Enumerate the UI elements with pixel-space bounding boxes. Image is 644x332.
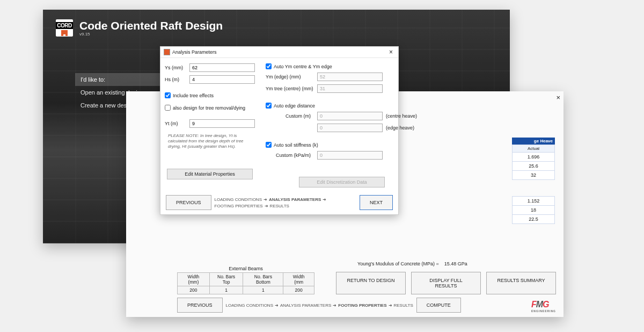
col-header: Width (mm) [178,273,210,286]
auto-soil-checkbox[interactable]: Auto soil stiffness (k) [266,142,418,148]
youngs-modulus-label: Young's Modulus of Concrete (MPa) = [357,261,439,266]
next-button[interactable]: NEXT [360,195,393,210]
youngs-modulus-value: 15.48 GPa [444,261,467,266]
previous-button[interactable]: PREVIOUS [166,195,211,210]
col-header: No. Bars Bottom [243,273,283,286]
custom-kpa-input [317,151,383,160]
results-sidebar: ge Heave Actual 1.696 25.6 32 1.152 18 2… [512,138,555,224]
hs-label: Hs (m) [165,77,186,82]
compute-button[interactable]: COMPUTE [416,298,461,313]
custom-edge-input [317,124,383,132]
yt-note: PLEASE NOTE: In tree design, Yt is calcu… [165,131,255,151]
edge-heave-label: (edge heave) [386,125,418,131]
app-version: v9.15 [79,32,223,37]
yt-input[interactable] [189,119,255,128]
app-logo: CORD [56,19,73,37]
wizard-nav: PREVIOUS LOADING CONDITIONS➜ ANALYSIS PA… [177,298,461,313]
yt-label: Yt (m) [165,121,186,126]
external-beams-table: External Beams Width (mm) No. Bars Top N… [177,265,314,294]
edit-discretization-button: Edit Discretization Data [299,177,385,187]
also-design-checkbox[interactable]: also design for tree removal/dying [165,105,255,111]
table-title: External Beams [177,265,314,272]
table-cell: 200 [178,286,210,294]
results-summary-button[interactable]: RESULTS SUMMARY [486,272,556,294]
wizard-nav: PREVIOUS LOADING CONDITIONS➜ ANALYSIS PA… [160,191,398,214]
close-icon[interactable]: × [387,48,395,56]
results-cell: 25.6 [512,162,555,171]
results-cell: 32 [512,171,555,180]
ym-edge-label: Ym (edge) (mm) [266,74,314,80]
ys-label: Ys (mm) [165,65,186,70]
ym-edge-input [317,73,383,81]
display-full-results-button[interactable]: DISPLAY FULL RESULTS [411,272,481,294]
auto-ym-checkbox[interactable]: Auto Ym centre & Ym edge [266,63,418,69]
results-cell: 1.696 [512,153,555,162]
custom-centre-input [317,112,383,120]
dialog-icon [164,49,170,55]
hs-input[interactable] [189,75,255,84]
table-cell: 1 [209,286,243,294]
results-subheader: Actual [512,145,555,153]
close-icon[interactable]: × [556,93,560,102]
table-cell: 200 [283,286,314,294]
custom-kpa-label: Custom (kPa/m) [266,153,314,158]
results-cell: 18 [512,206,555,215]
breadcrumb: LOADING CONDITIONS➜ ANALYSIS PARAMETERS➜… [226,303,413,308]
previous-button[interactable]: PREVIOUS [177,298,223,313]
results-cell: 1.152 [512,196,555,206]
return-to-design-button[interactable]: RETURN TO DESIGN [336,272,406,294]
table-cell: 1 [243,286,283,294]
include-tree-checkbox[interactable]: Include tree effects [165,92,255,98]
col-header: No. Bars Top [209,273,243,286]
fmg-logo: FMG ENGINEERING [531,300,556,313]
breadcrumb: LOADING CONDITIONS➜ ANALYSIS PARAMETERS➜… [215,197,356,208]
app-title: Code Oriented Raft Design [79,19,223,32]
edit-material-button[interactable]: Edit Material Properties [167,169,253,179]
ym-tree-label: Ym tree (centre) (mm) [266,86,314,91]
dialog-title: Analysis Parameters [172,49,217,55]
col-header: Width (mm [283,273,314,286]
ym-tree-input [317,84,383,93]
custom-m-label: Custom (m) [266,113,314,119]
analysis-parameters-dialog: Analysis Parameters × Ys (mm) Hs (m) Inc… [160,46,399,215]
auto-edge-checkbox[interactable]: Auto edge distance [266,103,418,109]
app-header: CORD Code Oriented Raft Design v9.15 [43,10,510,41]
results-cell: 22.5 [512,215,555,224]
results-header: ge Heave [512,138,555,145]
sidebar-header: I'd like to: [75,73,166,86]
centre-heave-label: (centre heave) [386,113,418,119]
ys-input[interactable] [189,63,255,72]
